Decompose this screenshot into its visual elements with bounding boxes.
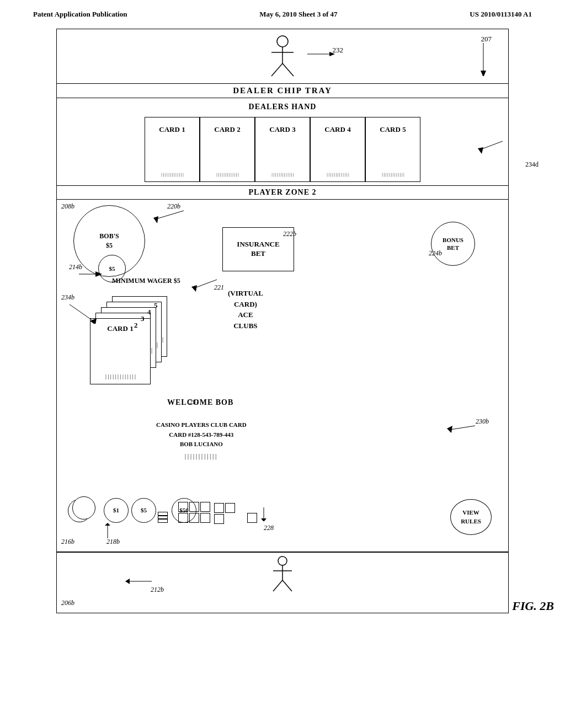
casino-line3: BOB LUCIANO (180, 441, 223, 447)
player-zone-label: PLAYER ZONE 2 (57, 185, 508, 199)
grid-sq-9 (214, 514, 224, 524)
grid-area-2 (214, 503, 235, 524)
ref-234b: 234b (61, 293, 74, 302)
ref-212b: 212b (151, 586, 164, 594)
chip-5-label: $5 (141, 507, 147, 513)
arrow-218b (102, 523, 113, 539)
grid-sq-4 (178, 513, 188, 523)
arrow-230b (445, 423, 478, 434)
card-4: CARD 4 ||||||||||||| (310, 117, 365, 182)
svg-line-15 (195, 280, 217, 288)
grid-sq-2 (189, 502, 199, 512)
arrow-207 (478, 43, 489, 76)
arrow-220b (151, 208, 195, 224)
dealer-chip-tray-label: DEALER CHIP TRAY (57, 83, 508, 98)
arrow-228 (255, 507, 272, 521)
welcome-bob-label: WELCOME BOB (167, 398, 233, 407)
svg-line-19 (450, 426, 475, 430)
svg-line-29 (282, 580, 292, 591)
dealer-stick-figure (266, 35, 299, 79)
card-1-barcode: ||||||||||||| (148, 173, 196, 177)
bottom-section: 206b 212b (57, 552, 508, 596)
insurance-bet-box: INSURANCEBET (222, 227, 294, 271)
insurance-bet-label: INSURANCEBET (237, 240, 279, 259)
header-center: May 6, 2010 Sheet 3 of 47 (259, 10, 337, 19)
chip-1-label: $1 (113, 507, 119, 513)
patent-header: Patent Application Publication May 6, 20… (0, 0, 565, 23)
ref-206b: 206b (61, 599, 74, 607)
chips-area: $1 $5 $50 (68, 496, 196, 524)
view-rules-button[interactable]: VIEWRULES (450, 499, 492, 535)
card-stack-front: CARD 1 ||||||||||||| (90, 318, 151, 384)
view-rules-label: VIEWRULES (461, 508, 481, 526)
svg-marker-12 (153, 216, 158, 223)
card-3: CARD 3 ||||||||||||| (255, 117, 310, 182)
arrow-232 (307, 50, 340, 58)
card-2-label: CARD 2 (204, 125, 251, 134)
card-num-2: 2 (134, 321, 138, 330)
card-1: CARD 1 ||||||||||||| (145, 117, 200, 182)
outer-border: 232 207 DEALER CHIP TRAY DEALERS HAND CA… (56, 29, 509, 613)
min-wager-label: MINIMUM WAGER $5 (112, 277, 180, 285)
ref-228: 228 (264, 524, 274, 532)
svg-line-28 (273, 580, 282, 591)
chip-stack-icon (158, 498, 169, 523)
card-2-barcode: ||||||||||||| (204, 173, 251, 177)
casino-club-card: CASINO PLAYERS CLUB CARD CARD #128-543-7… (156, 420, 247, 449)
svg-point-0 (277, 36, 288, 47)
card-2: CARD 2 ||||||||||||| (200, 117, 255, 182)
svg-marker-14 (95, 271, 102, 277)
virtual-card-text: (VIRTUALCARD)ACECLUBS (228, 289, 263, 330)
card-stack-front-label: CARD 1 (90, 324, 150, 333)
arrow-234b (67, 302, 97, 324)
card-num-3: 3 (141, 314, 145, 323)
grid-sq-6 (200, 513, 210, 523)
arrow-234d (475, 138, 508, 155)
svg-line-17 (70, 304, 93, 321)
card-5: CARD 5 ||||||||||||| (365, 117, 420, 182)
coin-214b-label: $5 (109, 265, 115, 272)
svg-point-25 (278, 556, 287, 565)
player-zone-content: 208b 220b BOB'S$5 222b 224b INSURANCEBET (57, 199, 508, 552)
bonus-bet-label: BONUSBET (443, 236, 463, 252)
dealers-hand-label: DEALERS HAND (57, 100, 508, 114)
grid-sq-5 (189, 513, 199, 523)
bonus-bet-circle: BONUSBET (431, 222, 475, 266)
ref-234d: 234d (525, 160, 539, 169)
svg-line-3 (271, 63, 282, 76)
svg-marker-8 (481, 71, 486, 76)
card-num-4: 4 (147, 308, 151, 317)
ref-208b: 208b (61, 202, 74, 211)
chip-stack (68, 496, 101, 524)
virtual-card-label: (VIRTUALCARD)ACECLUBS (228, 288, 263, 331)
fig-label: FIG. 2B (512, 599, 554, 613)
card-3-barcode: ||||||||||||| (259, 173, 306, 177)
chip-5[interactable]: $5 (131, 498, 156, 523)
grid-area (178, 502, 210, 524)
cards-row: CARD 1 ||||||||||||| CARD 2 ||||||||||||… (57, 114, 508, 185)
svg-marker-22 (105, 523, 110, 526)
svg-marker-31 (125, 579, 130, 584)
header-left: Patent Application Publication (33, 10, 127, 19)
chip-1[interactable]: $1 (104, 498, 129, 523)
card-5-label: CARD 5 (369, 125, 417, 134)
card-5-barcode: ||||||||||||| (369, 173, 417, 177)
svg-marker-20 (447, 426, 452, 433)
grid-sq-1 (178, 502, 188, 512)
svg-line-11 (156, 211, 184, 219)
grid-sq-7 (214, 503, 224, 513)
header-right: US 2010/0113140 A1 (470, 10, 532, 19)
arrow-214b (79, 269, 104, 280)
bobs-label: BOB'S$5 (99, 232, 119, 250)
player-figure-area: 212b (269, 553, 296, 597)
grid-sq-3 (200, 502, 210, 512)
card-num-5: 5 (154, 301, 158, 310)
ref-207: 207 (481, 35, 492, 44)
svg-marker-10 (478, 147, 483, 154)
arrow-212b (125, 576, 153, 587)
ref-216b: 216b (61, 538, 74, 546)
player-stick-figure (269, 555, 296, 594)
main-content: 232 207 DEALER CHIP TRAY DEALERS HAND CA… (0, 23, 565, 624)
arrow-221 (189, 277, 222, 293)
card-4-label: CARD 4 (314, 125, 361, 134)
